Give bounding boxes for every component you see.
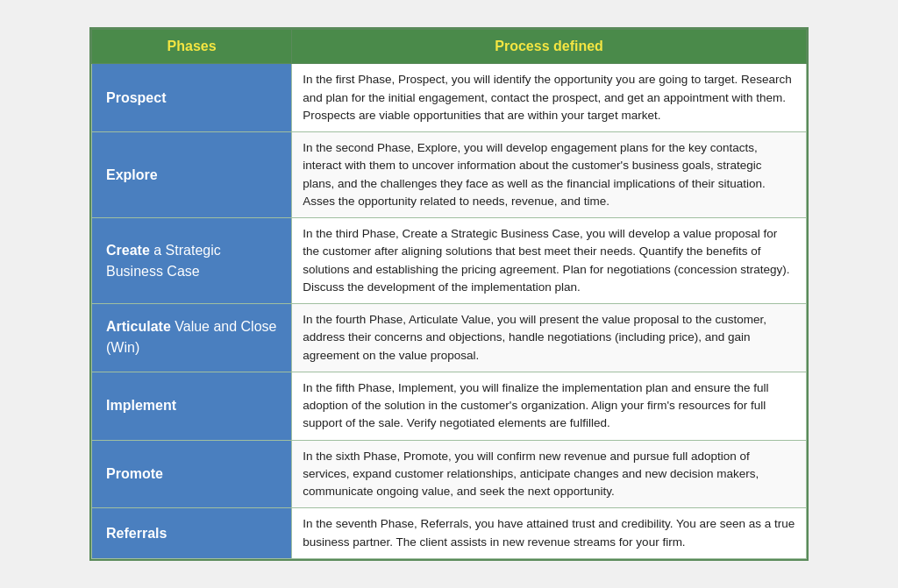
table-row: Articulate Value and Close (Win)In the f… [92,304,807,372]
phase-cell: Articulate Value and Close (Win) [92,304,292,372]
description-cell: In the fourth Phase, Articulate Value, y… [292,304,807,372]
description-cell: In the sixth Phase, Promote, you will co… [292,440,807,508]
description-cell: In the second Phase, Explore, you will d… [292,132,807,218]
table-row: Create a Strategic Business CaseIn the t… [92,218,807,304]
process-header: Process defined [292,30,807,64]
phase-cell: Promote [92,440,292,508]
table-header-row: Phases Process defined [92,30,807,64]
table-row: ReferralsIn the seventh Phase, Referrals… [92,508,807,559]
phases-table: Phases Process defined ProspectIn the fi… [91,29,807,559]
phases-header: Phases [92,30,292,64]
phase-cell: Explore [92,132,292,218]
description-cell: In the fifth Phase, Implement, you will … [292,372,807,440]
table-row: ImplementIn the fifth Phase, Implement, … [92,372,807,440]
table-row: ExploreIn the second Phase, Explore, you… [92,132,807,218]
description-cell: In the seventh Phase, Referrals, you hav… [292,508,807,559]
phase-cell: Create a Strategic Business Case [92,218,292,304]
main-table-container: Phases Process defined ProspectIn the fi… [89,27,809,561]
phase-cell: Implement [92,372,292,440]
phase-cell: Prospect [92,64,292,132]
table-row: ProspectIn the first Phase, Prospect, yo… [92,64,807,132]
description-cell: In the third Phase, Create a Strategic B… [292,218,807,304]
phase-cell: Referrals [92,508,292,559]
table-body: ProspectIn the first Phase, Prospect, yo… [92,64,807,559]
table-row: PromoteIn the sixth Phase, Promote, you … [92,440,807,508]
description-cell: In the first Phase, Prospect, you will i… [292,64,807,132]
